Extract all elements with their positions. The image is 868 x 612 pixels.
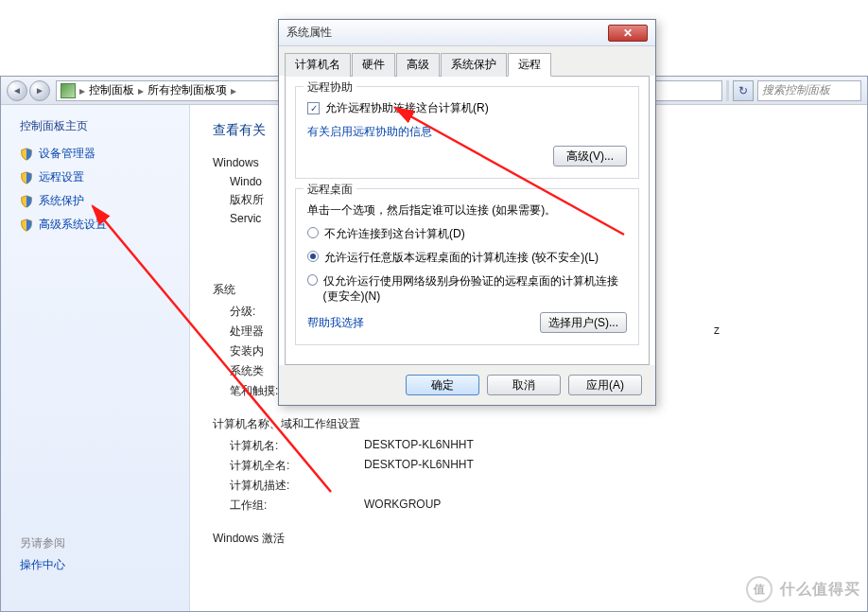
sidebar: 控制面板主页 设备管理器 远程设置 系统保护 高级系统设置 另请参阅 操作中心: [1, 105, 190, 611]
sidebar-item-label: 系统保护: [39, 193, 84, 209]
shield-icon: [20, 219, 33, 232]
instruction-text: 单击一个选项，然后指定谁可以连接 (如果需要)。: [307, 202, 627, 219]
sidebar-item-label: 设备管理器: [39, 146, 95, 162]
checkbox-label: 允许远程协助连接这台计算机(R): [325, 100, 489, 116]
see-also-link[interactable]: 操作中心: [20, 557, 170, 573]
shield-icon: [20, 171, 33, 184]
chevron-right-icon: ▸: [79, 84, 85, 97]
table-row: 计算机全名:DESKTOP-KL6NHHT: [213, 458, 844, 474]
radio-allow-nla[interactable]: [307, 274, 318, 286]
watermark: 值 什么值得买: [746, 576, 860, 603]
table-row: 工作组:WORKGROUP: [213, 498, 844, 514]
cancel-button[interactable]: 取消: [487, 375, 561, 395]
nav-forward-button[interactable]: ►: [29, 80, 50, 101]
dialog-footer: 确定 取消 应用(A): [279, 365, 655, 405]
group-legend: 远程桌面: [304, 182, 356, 198]
ok-button[interactable]: 确定: [406, 375, 479, 395]
sidebar-item-advanced-system[interactable]: 高级系统设置: [20, 217, 170, 233]
sidebar-item-device-manager[interactable]: 设备管理器: [20, 146, 170, 162]
search-input[interactable]: 搜索控制面板: [757, 80, 861, 101]
refresh-button[interactable]: ↻: [733, 80, 754, 101]
advanced-button[interactable]: 高级(V)...: [553, 146, 627, 166]
radio-label: 仅允许运行使用网络级别身份验证的远程桌面的计算机连接 (更安全)(N): [323, 273, 627, 306]
sidebar-item-remote-settings[interactable]: 远程设置: [20, 169, 170, 185]
sidebar-title: 控制面板主页: [20, 118, 170, 134]
control-panel-icon: [61, 83, 76, 98]
dialog-title: 系统属性: [286, 25, 332, 41]
watermark-logo: 值: [746, 576, 773, 603]
remote-desktop-group: 远程桌面 单击一个选项，然后指定谁可以连接 (如果需要)。 不允许连接到这台计算…: [295, 188, 639, 345]
help-me-choose-link[interactable]: 帮助我选择: [307, 315, 364, 331]
tab-panel-remote: 远程协助 ✓ 允许远程协助连接这台计算机(R) 有关启用远程协助的信息 高级(V…: [285, 76, 650, 365]
allow-remote-assistance-checkbox[interactable]: ✓: [307, 102, 320, 114]
computer-name-heading: 计算机名称、域和工作组设置: [213, 416, 844, 432]
radio-label: 不允许连接到这台计算机(D): [324, 226, 465, 242]
breadcrumb-seg2[interactable]: 所有控制面板项: [148, 82, 227, 98]
activation-heading: Windows 激活: [213, 531, 844, 547]
apply-button[interactable]: 应用(A): [568, 375, 642, 395]
radio-dont-allow[interactable]: [307, 227, 319, 238]
search-placeholder: 搜索控制面板: [762, 82, 830, 98]
breadcrumb-seg1[interactable]: 控制面板: [89, 82, 134, 98]
remote-assistance-group: 远程协助 ✓ 允许远程协助连接这台计算机(R) 有关启用远程协助的信息 高级(V…: [295, 86, 639, 179]
shield-icon: [20, 148, 33, 161]
watermark-text: 什么值得买: [780, 580, 860, 600]
radio-label: 允许运行任意版本远程桌面的计算机连接 (较不安全)(L): [324, 250, 599, 266]
table-row: 计算机名:DESKTOP-KL6NHHT: [213, 438, 844, 454]
dialog-titlebar[interactable]: 系统属性 ✕: [279, 20, 655, 46]
close-button[interactable]: ✕: [608, 25, 648, 42]
chevron-right-icon: ▸: [138, 84, 144, 97]
sidebar-item-system-protection[interactable]: 系统保护: [20, 193, 170, 209]
tab-hardware[interactable]: 硬件: [352, 53, 395, 77]
system-properties-dialog: 系统属性 ✕ 计算机名 硬件 高级 系统保护 远程 远程协助 ✓ 允许远程协助连…: [278, 19, 656, 406]
nav-back-button[interactable]: ◄: [7, 80, 27, 101]
tab-advanced[interactable]: 高级: [396, 53, 440, 77]
tab-computer-name[interactable]: 计算机名: [285, 53, 351, 77]
shield-icon: [20, 195, 33, 208]
table-row: 计算机描述:: [213, 478, 844, 494]
select-users-button[interactable]: 选择用户(S)...: [540, 312, 627, 333]
see-also-title: 另请参阅: [20, 535, 170, 551]
chevron-right-icon: ▸: [231, 84, 236, 97]
remote-assistance-info-link[interactable]: 有关启用远程协助的信息: [307, 124, 627, 140]
tabstrip: 计算机名 硬件 高级 系统保护 远程: [279, 46, 655, 76]
sidebar-item-label: 远程设置: [39, 169, 84, 185]
radio-allow-any[interactable]: [307, 251, 319, 262]
sidebar-item-label: 高级系统设置: [39, 217, 107, 233]
group-legend: 远程协助: [304, 79, 356, 96]
tab-system-protection[interactable]: 系统保护: [441, 53, 507, 77]
tab-remote[interactable]: 远程: [508, 53, 551, 77]
